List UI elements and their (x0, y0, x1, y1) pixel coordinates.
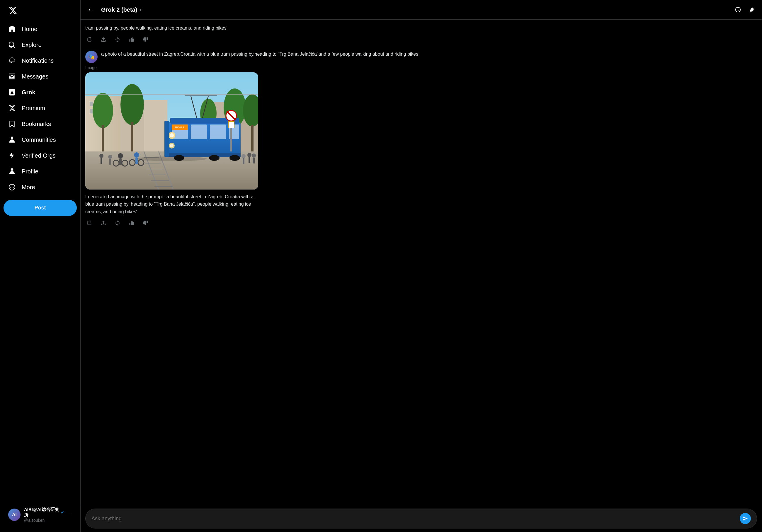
svg-point-67 (99, 154, 104, 158)
svg-rect-41 (191, 124, 207, 139)
input-area (81, 505, 762, 532)
communities-icon (8, 136, 16, 144)
svg-rect-42 (210, 124, 226, 139)
svg-point-50 (170, 144, 174, 147)
generated-image: TRG B.J. (85, 72, 258, 189)
svg-rect-51 (164, 121, 169, 157)
sidebar-item-premium[interactable]: Premium (4, 100, 77, 116)
header-title: Grok 2 (beta) (101, 6, 137, 13)
grok-icon (8, 89, 16, 96)
thumbs-up-button-top[interactable] (127, 35, 136, 44)
verified-badge: ✓ (61, 510, 64, 515)
bookmark-icon (8, 120, 16, 128)
copy-button-msg[interactable] (85, 219, 94, 227)
sidebar-item-profile[interactable]: Profile (4, 164, 77, 179)
svg-point-53 (209, 155, 219, 161)
sidebar-item-notifications[interactable]: Notifications (4, 53, 77, 69)
chat-area: tram passing by, people walking, eating … (81, 20, 762, 505)
sidebar-bottom: AI AIRI@AI総合研究所 ✓ @aisouken ··· (4, 503, 77, 530)
svg-text:TRG B.J.: TRG B.J. (175, 126, 185, 129)
svg-point-54 (229, 155, 240, 161)
retry-button-top[interactable] (114, 35, 121, 44)
sidebar-item-communities-label: Communities (22, 137, 56, 143)
sidebar-item-grok-label: Grok (22, 89, 36, 96)
sidebar-item-home-label: Home (22, 26, 37, 33)
user-prompt-text: a photo of a beautiful street in Zagreb,… (101, 51, 757, 58)
back-button[interactable]: ← (85, 4, 97, 16)
history-button[interactable] (732, 4, 743, 15)
sidebar-item-more-label: More (22, 184, 35, 191)
sidebar-item-bookmarks-label: Bookmarks (22, 121, 51, 127)
thumbs-down-button-msg[interactable] (142, 219, 150, 227)
premium-icon (8, 104, 16, 112)
sidebar-item-explore-label: Explore (22, 41, 41, 48)
input-wrapper (85, 508, 757, 528)
svg-point-75 (252, 154, 256, 158)
svg-rect-58 (228, 122, 234, 128)
sidebar-item-messages-label: Messages (22, 73, 48, 80)
sidebar-item-home[interactable]: Home (4, 21, 77, 37)
svg-point-59 (118, 153, 123, 159)
person-icon (8, 167, 16, 175)
image-label: Image (85, 65, 757, 70)
svg-rect-76 (253, 158, 255, 164)
share-button-top[interactable] (99, 35, 108, 44)
lightning-icon (8, 152, 16, 159)
sidebar-item-messages[interactable]: Messages (4, 69, 77, 84)
search-icon (8, 41, 16, 49)
user-message: 🎭 a photo of a beautiful street in Zagre… (85, 51, 757, 227)
sidebar-item-explore[interactable]: Explore (4, 37, 77, 53)
mail-icon (8, 73, 16, 80)
retry-button-msg[interactable] (114, 219, 121, 227)
ai-response-top-text: tram passing by, people walking, eating … (85, 24, 757, 32)
svg-point-71 (247, 153, 252, 157)
action-row-message (85, 219, 757, 227)
more-dots-icon: ··· (68, 512, 72, 518)
svg-rect-74 (243, 158, 244, 164)
post-button[interactable]: Post (4, 200, 77, 216)
image-caption: I generated an image with the prompt: 'a… (85, 193, 258, 216)
svg-point-77 (137, 157, 207, 161)
sidebar: Home Explore Notifications Messages (0, 0, 81, 532)
ask-input[interactable] (92, 516, 736, 522)
svg-rect-68 (101, 158, 102, 164)
user-avatar: 🎭 (85, 51, 98, 63)
action-row-top (85, 35, 757, 44)
thumbs-down-button-top[interactable] (142, 35, 150, 44)
sidebar-item-verified-orgs[interactable]: Verified Orgs (4, 148, 77, 164)
sidebar-item-bookmarks[interactable]: Bookmarks (4, 116, 77, 132)
header-title-group[interactable]: Grok 2 (beta) ▾ (101, 6, 142, 13)
message-header: 🎭 a photo of a beautiful street in Zagre… (85, 51, 757, 63)
bell-icon (8, 57, 16, 64)
svg-point-73 (242, 154, 246, 158)
user-profile-row[interactable]: AI AIRI@AI総合研究所 ✓ @aisouken ··· (4, 503, 77, 526)
home-icon (8, 25, 16, 33)
sidebar-item-communities[interactable]: Communities (4, 132, 77, 148)
svg-point-15 (93, 93, 113, 128)
sidebar-item-notifications-label: Notifications (22, 57, 54, 64)
ai-response-top: tram passing by, people walking, eating … (85, 24, 757, 44)
user-handle: @aisouken (24, 518, 64, 523)
svg-point-17 (120, 84, 144, 125)
copy-button-top[interactable] (85, 35, 94, 44)
x-logo[interactable] (4, 2, 77, 20)
sidebar-item-premium-label: Premium (22, 105, 45, 112)
svg-rect-4 (144, 100, 167, 160)
avatar: AI (8, 508, 21, 521)
share-button-msg[interactable] (99, 219, 108, 227)
compose-button[interactable] (746, 4, 757, 15)
message-content: a photo of a beautiful street in Zagreb,… (101, 51, 757, 59)
svg-rect-70 (109, 159, 111, 165)
send-button[interactable] (740, 513, 751, 524)
header: ← Grok 2 (beta) ▾ (81, 0, 762, 20)
sidebar-item-grok[interactable]: Grok (4, 84, 77, 100)
header-caret-icon: ▾ (139, 7, 142, 12)
svg-point-63 (134, 152, 139, 158)
thumbs-up-button-msg[interactable] (127, 219, 136, 227)
svg-rect-60 (119, 159, 121, 165)
sidebar-item-more[interactable]: More (4, 179, 77, 195)
sidebar-item-verified-orgs-label: Verified Orgs (22, 152, 56, 159)
svg-point-69 (108, 155, 112, 159)
user-display-name: AIRI@AI総合研究所 ✓ (24, 507, 64, 518)
svg-rect-72 (249, 157, 250, 163)
